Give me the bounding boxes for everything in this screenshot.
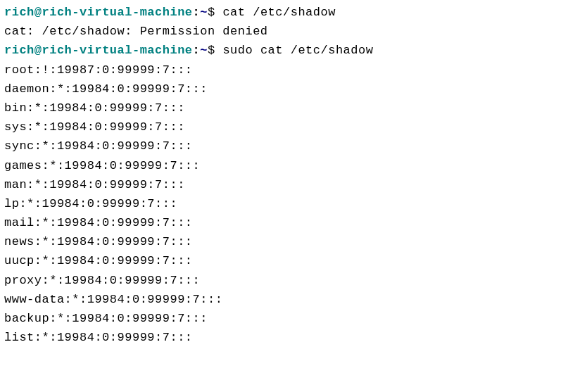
prompt-at: @ [34,6,42,19]
shadow-line: games:*:19984:0:99999:7::: [4,156,583,175]
shadow-line: news:*:19984:0:99999:7::: [4,232,583,251]
shadow-line: mail:*:19984:0:99999:7::: [4,213,583,232]
output-denied: cat: /etc/shadow: Permission denied [4,22,583,41]
shadow-line: list:*:19984:0:99999:7::: [4,328,583,347]
prompt-user: rich [4,6,34,19]
prompt-dollar: $ [208,6,222,19]
prompt-dollar: $ [208,44,222,57]
terminal-line-2: rich@rich-virtual-machine:~$ sudo cat /e… [4,41,583,60]
command-1[interactable]: cat /etc/shadow [222,6,336,19]
shadow-line: lp:*:19984:0:99999:7::: [4,194,583,213]
shadow-line: sync:*:19984:0:99999:7::: [4,137,583,156]
prompt-path: ~ [200,44,208,57]
prompt-colon: : [193,44,201,57]
prompt-path: ~ [200,6,208,19]
prompt-colon: : [193,6,201,19]
prompt-host: rich-virtual-machine [42,6,193,19]
shadow-line: root:!:19987:0:99999:7::: [4,61,583,80]
shadow-line: man:*:19984:0:99999:7::: [4,175,583,194]
shadow-line: sys:*:19984:0:99999:7::: [4,118,583,137]
shadow-line: daemon:*:19984:0:99999:7::: [4,80,583,99]
prompt-host: rich-virtual-machine [42,44,193,57]
shadow-line: uucp:*:19984:0:99999:7::: [4,251,583,270]
terminal-line-1: rich@rich-virtual-machine:~$ cat /etc/sh… [4,3,583,22]
shadow-line: proxy:*:19984:0:99999:7::: [4,271,583,290]
shadow-line: www-data:*:19984:0:99999:7::: [4,290,583,309]
shadow-line: backup:*:19984:0:99999:7::: [4,309,583,328]
shadow-line: bin:*:19984:0:99999:7::: [4,99,583,118]
prompt-user: rich [4,44,34,57]
command-2[interactable]: sudo cat /etc/shadow [222,44,373,57]
prompt-at: @ [34,44,42,57]
